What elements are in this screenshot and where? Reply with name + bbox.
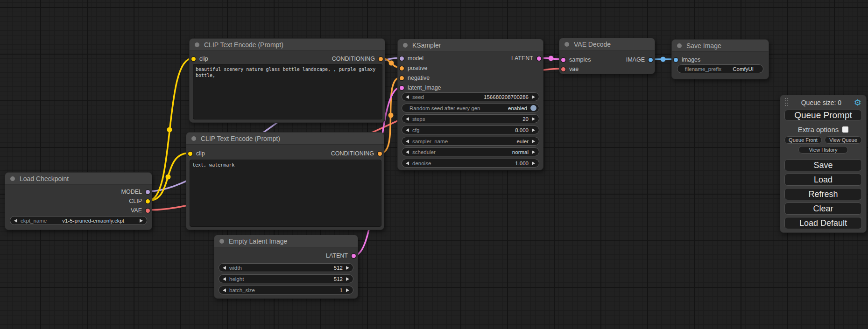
input-slot-images[interactable]: images <box>674 56 700 64</box>
conditioning-port-icon[interactable] <box>400 66 404 70</box>
link-midpoint-dot[interactable] <box>388 113 394 118</box>
widget-random-seed-toggle[interactable]: Random seed after every gen enabled <box>402 104 539 112</box>
widget-width[interactable]: width 512 <box>219 263 353 272</box>
output-slot-image[interactable]: IMAGE <box>626 56 653 64</box>
collapse-dot-icon[interactable] <box>219 239 224 244</box>
widget-steps[interactable]: steps 20 <box>402 114 539 123</box>
clip-port-icon[interactable] <box>146 199 150 203</box>
step-up-icon[interactable] <box>532 161 535 165</box>
node-load-checkpoint[interactable]: Load Checkpoint MODEL CLIP VAE ckpt_name… <box>5 172 152 230</box>
output-slot-model[interactable]: MODEL <box>121 188 150 196</box>
queue-prompt-button[interactable]: Queue Prompt <box>784 110 862 121</box>
node-title-bar[interactable]: CLIP Text Encode (Prompt) <box>190 39 385 51</box>
node-graph-canvas[interactable]: Load Checkpoint MODEL CLIP VAE ckpt_name… <box>0 0 868 329</box>
latent-port-icon[interactable] <box>352 254 356 258</box>
step-down-icon[interactable] <box>14 219 17 223</box>
conditioning-port-icon[interactable] <box>400 76 404 80</box>
node-empty-latent-image[interactable]: Empty Latent Image LATENT width 512 heig… <box>214 235 358 299</box>
step-up-icon[interactable] <box>532 140 535 143</box>
node-title-bar[interactable]: VAE Decode <box>559 38 655 50</box>
input-slot-positive[interactable]: positive <box>400 64 427 72</box>
step-up-icon[interactable] <box>346 277 349 281</box>
node-ksampler[interactable]: KSampler model positive negative latent_… <box>397 39 543 170</box>
prompt-textarea[interactable]: beautiful scenery nature glass bottle la… <box>193 64 382 119</box>
step-up-icon[interactable] <box>532 150 535 154</box>
view-history-button[interactable]: View History <box>798 146 848 154</box>
prompt-textarea[interactable]: text, watermark <box>190 160 381 227</box>
drag-handle-icon[interactable] <box>785 98 789 107</box>
collapse-dot-icon[interactable] <box>191 136 196 141</box>
widget-scheduler[interactable]: scheduler normal <box>402 147 539 156</box>
step-down-icon[interactable] <box>223 266 226 270</box>
widget-seed[interactable]: seed 156680208700286 <box>402 92 539 101</box>
link-midpoint-dot[interactable] <box>549 56 554 61</box>
link-midpoint-dot[interactable] <box>661 57 666 62</box>
input-slot-clip[interactable]: clip <box>191 55 208 63</box>
collapse-dot-icon[interactable] <box>403 43 408 48</box>
vae-port-icon[interactable] <box>561 67 565 71</box>
extra-options-checkbox[interactable] <box>842 126 848 133</box>
input-slot-negative[interactable]: negative <box>400 74 430 82</box>
step-down-icon[interactable] <box>406 140 409 143</box>
input-slot-model[interactable]: model <box>400 54 423 63</box>
node-clip-text-encode-negative[interactable]: CLIP Text Encode (Prompt) clip CONDITION… <box>186 132 384 230</box>
clear-button[interactable]: Clear <box>784 203 862 215</box>
step-up-icon[interactable] <box>140 219 143 223</box>
node-title-bar[interactable]: CLIP Text Encode (Prompt) <box>186 133 384 145</box>
vae-port-icon[interactable] <box>146 209 150 213</box>
latent-port-icon[interactable] <box>400 86 404 90</box>
step-down-icon[interactable] <box>406 128 409 132</box>
output-slot-conditioning[interactable]: CONDITIONING <box>331 149 382 158</box>
node-vae-decode[interactable]: VAE Decode samples vae IMAGE <box>559 38 655 74</box>
clip-port-icon[interactable] <box>188 152 192 156</box>
conditioning-port-icon[interactable] <box>379 57 383 61</box>
output-slot-latent[interactable]: LATENT <box>326 252 356 260</box>
output-slot-conditioning[interactable]: CONDITIONING <box>332 55 383 63</box>
collapse-dot-icon[interactable] <box>565 42 569 47</box>
link-midpoint-dot[interactable] <box>166 175 171 180</box>
load-default-button[interactable]: Load Default <box>784 217 862 229</box>
input-slot-clip[interactable]: clip <box>188 149 205 158</box>
conditioning-port-icon[interactable] <box>378 152 382 156</box>
image-port-icon[interactable] <box>674 58 678 62</box>
widget-cfg[interactable]: cfg 8.000 <box>402 126 539 134</box>
output-slot-latent[interactable]: LATENT <box>511 54 541 63</box>
input-slot-samples[interactable]: samples <box>561 56 591 64</box>
step-down-icon[interactable] <box>406 117 409 121</box>
input-slot-vae[interactable]: vae <box>561 65 579 73</box>
step-up-icon[interactable] <box>346 288 349 292</box>
step-up-icon[interactable] <box>532 95 535 99</box>
collapse-dot-icon[interactable] <box>677 43 682 48</box>
output-slot-clip[interactable]: CLIP <box>129 197 150 205</box>
save-button[interactable]: Save <box>784 159 862 171</box>
settings-gear-icon[interactable]: ⚙ <box>854 98 861 107</box>
widget-sampler-name[interactable]: sampler_name euler <box>402 137 539 146</box>
collapse-dot-icon[interactable] <box>10 176 15 181</box>
toggle-knob-icon[interactable] <box>530 105 536 111</box>
widget-denoise[interactable]: denoise 1.000 <box>402 159 539 168</box>
step-down-icon[interactable] <box>223 288 226 292</box>
step-down-icon[interactable] <box>223 277 226 281</box>
collapse-dot-icon[interactable] <box>195 42 199 47</box>
node-save-image[interactable]: Save Image images filename_prefix ComfyU… <box>671 39 769 79</box>
load-button[interactable]: Load <box>784 174 862 186</box>
node-title-bar[interactable]: Load Checkpoint <box>5 173 152 185</box>
node-title-bar[interactable]: Save Image <box>672 40 769 52</box>
output-slot-vae[interactable]: VAE <box>131 206 150 215</box>
refresh-button[interactable]: Refresh <box>784 188 862 200</box>
node-clip-text-encode-positive[interactable]: CLIP Text Encode (Prompt) clip CONDITION… <box>189 38 385 123</box>
latent-port-icon[interactable] <box>561 58 565 62</box>
step-down-icon[interactable] <box>406 150 409 154</box>
widget-ckpt-name[interactable]: ckpt_name v1-5-pruned-emaonly.ckpt <box>10 216 147 225</box>
step-down-icon[interactable] <box>406 161 409 165</box>
step-up-icon[interactable] <box>346 266 349 270</box>
step-down-icon[interactable] <box>406 95 409 99</box>
step-up-icon[interactable] <box>532 117 535 121</box>
link-midpoint-dot[interactable] <box>389 61 394 66</box>
view-queue-button[interactable]: View Queue <box>825 136 862 144</box>
clip-port-icon[interactable] <box>191 57 196 61</box>
queue-menu-panel[interactable]: Queue size: 0 ⚙ Queue Prompt Extra optio… <box>780 95 867 233</box>
image-port-icon[interactable] <box>649 58 653 62</box>
latent-port-icon[interactable] <box>537 56 541 61</box>
model-port-icon[interactable] <box>146 190 150 194</box>
